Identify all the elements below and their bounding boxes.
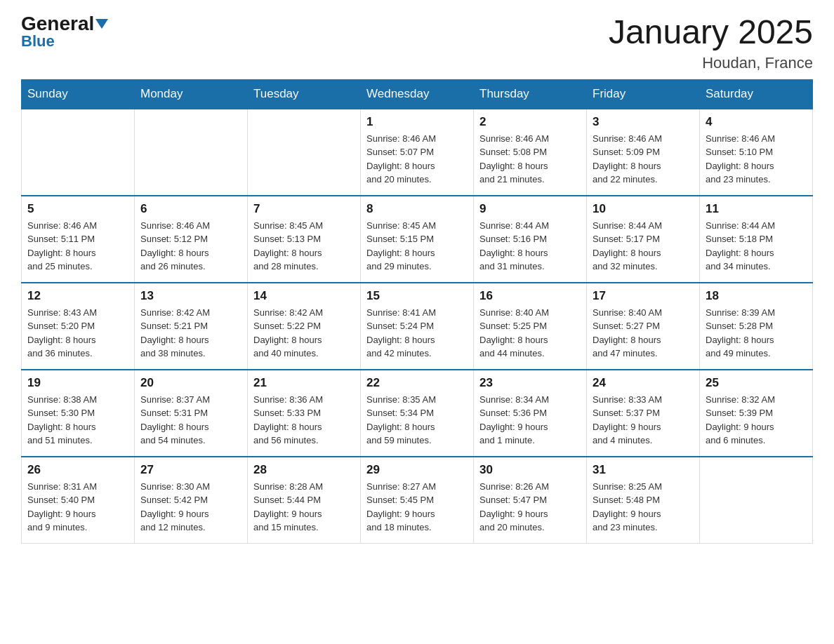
day-number: 19 — [27, 376, 128, 390]
calendar-day-cell: 27Sunrise: 8:30 AMSunset: 5:42 PMDayligh… — [135, 457, 248, 544]
day-info: Sunrise: 8:37 AMSunset: 5:31 PMDaylight:… — [140, 393, 241, 448]
day-number: 17 — [593, 289, 694, 303]
calendar-day-cell: 17Sunrise: 8:40 AMSunset: 5:27 PMDayligh… — [587, 283, 700, 370]
day-number: 26 — [27, 463, 128, 477]
day-info: Sunrise: 8:38 AMSunset: 5:30 PMDaylight:… — [27, 393, 128, 448]
day-number: 9 — [479, 202, 581, 216]
header-wednesday: Wednesday — [361, 79, 474, 109]
calendar-day-cell — [700, 457, 813, 544]
day-info: Sunrise: 8:40 AMSunset: 5:25 PMDaylight:… — [479, 306, 581, 361]
calendar-day-cell: 30Sunrise: 8:26 AMSunset: 5:47 PMDayligh… — [474, 457, 587, 544]
day-number: 28 — [253, 463, 355, 477]
day-number: 22 — [366, 376, 468, 390]
logo-triangle-icon — [95, 19, 108, 29]
day-number: 3 — [593, 115, 694, 129]
calendar-day-cell — [135, 109, 248, 196]
day-info: Sunrise: 8:26 AMSunset: 5:47 PMDaylight:… — [479, 480, 581, 535]
day-info: Sunrise: 8:42 AMSunset: 5:21 PMDaylight:… — [140, 306, 241, 361]
day-number: 21 — [253, 376, 355, 390]
day-number: 23 — [479, 376, 581, 390]
weekday-header-row: Sunday Monday Tuesday Wednesday Thursday… — [22, 79, 813, 109]
calendar-day-cell: 11Sunrise: 8:44 AMSunset: 5:18 PMDayligh… — [700, 196, 813, 283]
calendar-day-cell: 8Sunrise: 8:45 AMSunset: 5:15 PMDaylight… — [361, 196, 474, 283]
calendar-day-cell: 9Sunrise: 8:44 AMSunset: 5:16 PMDaylight… — [474, 196, 587, 283]
calendar-day-cell: 29Sunrise: 8:27 AMSunset: 5:45 PMDayligh… — [361, 457, 474, 544]
day-number: 11 — [706, 202, 807, 216]
calendar-day-cell: 25Sunrise: 8:32 AMSunset: 5:39 PMDayligh… — [700, 370, 813, 457]
calendar-day-cell: 7Sunrise: 8:45 AMSunset: 5:13 PMDaylight… — [248, 196, 361, 283]
calendar-day-cell: 20Sunrise: 8:37 AMSunset: 5:31 PMDayligh… — [135, 370, 248, 457]
calendar-day-cell — [248, 109, 361, 196]
header-sunday: Sunday — [22, 79, 135, 109]
day-number: 24 — [593, 376, 694, 390]
day-info: Sunrise: 8:35 AMSunset: 5:34 PMDaylight:… — [366, 393, 468, 448]
day-number: 15 — [366, 289, 468, 303]
day-info: Sunrise: 8:44 AMSunset: 5:18 PMDaylight:… — [706, 219, 807, 274]
location: Houdan, France — [609, 54, 813, 72]
calendar-day-cell: 18Sunrise: 8:39 AMSunset: 5:28 PMDayligh… — [700, 283, 813, 370]
calendar-week-row: 5Sunrise: 8:46 AMSunset: 5:11 PMDaylight… — [22, 196, 813, 283]
header-monday: Monday — [135, 79, 248, 109]
day-number: 30 — [479, 463, 581, 477]
calendar-day-cell: 23Sunrise: 8:34 AMSunset: 5:36 PMDayligh… — [474, 370, 587, 457]
calendar-day-cell: 2Sunrise: 8:46 AMSunset: 5:08 PMDaylight… — [474, 109, 587, 196]
day-info: Sunrise: 8:46 AMSunset: 5:08 PMDaylight:… — [479, 132, 581, 187]
calendar-week-row: 26Sunrise: 8:31 AMSunset: 5:40 PMDayligh… — [22, 457, 813, 544]
day-number: 18 — [706, 289, 807, 303]
calendar-table: Sunday Monday Tuesday Wednesday Thursday… — [21, 79, 813, 544]
calendar-day-cell: 12Sunrise: 8:43 AMSunset: 5:20 PMDayligh… — [22, 283, 135, 370]
day-number: 16 — [479, 289, 581, 303]
day-number: 13 — [140, 289, 241, 303]
day-info: Sunrise: 8:46 AMSunset: 5:07 PMDaylight:… — [366, 132, 468, 187]
day-number: 12 — [27, 289, 128, 303]
day-info: Sunrise: 8:39 AMSunset: 5:28 PMDaylight:… — [706, 306, 807, 361]
day-info: Sunrise: 8:34 AMSunset: 5:36 PMDaylight:… — [479, 393, 581, 448]
day-info: Sunrise: 8:46 AMSunset: 5:12 PMDaylight:… — [140, 219, 241, 274]
calendar-day-cell: 16Sunrise: 8:40 AMSunset: 5:25 PMDayligh… — [474, 283, 587, 370]
day-info: Sunrise: 8:32 AMSunset: 5:39 PMDaylight:… — [706, 393, 807, 448]
day-number: 1 — [366, 115, 468, 129]
calendar-day-cell: 3Sunrise: 8:46 AMSunset: 5:09 PMDaylight… — [587, 109, 700, 196]
day-info: Sunrise: 8:33 AMSunset: 5:37 PMDaylight:… — [593, 393, 694, 448]
day-info: Sunrise: 8:30 AMSunset: 5:42 PMDaylight:… — [140, 480, 241, 535]
header-saturday: Saturday — [700, 79, 813, 109]
calendar-day-cell: 15Sunrise: 8:41 AMSunset: 5:24 PMDayligh… — [361, 283, 474, 370]
calendar-day-cell: 24Sunrise: 8:33 AMSunset: 5:37 PMDayligh… — [587, 370, 700, 457]
calendar-day-cell: 4Sunrise: 8:46 AMSunset: 5:10 PMDaylight… — [700, 109, 813, 196]
day-info: Sunrise: 8:40 AMSunset: 5:27 PMDaylight:… — [593, 306, 694, 361]
calendar-day-cell: 28Sunrise: 8:28 AMSunset: 5:44 PMDayligh… — [248, 457, 361, 544]
logo-general-text: General — [21, 14, 108, 34]
calendar-day-cell: 6Sunrise: 8:46 AMSunset: 5:12 PMDaylight… — [135, 196, 248, 283]
day-info: Sunrise: 8:46 AMSunset: 5:11 PMDaylight:… — [27, 219, 128, 274]
day-info: Sunrise: 8:25 AMSunset: 5:48 PMDaylight:… — [593, 480, 694, 535]
calendar-week-row: 19Sunrise: 8:38 AMSunset: 5:30 PMDayligh… — [22, 370, 813, 457]
day-number: 10 — [593, 202, 694, 216]
calendar-day-cell: 10Sunrise: 8:44 AMSunset: 5:17 PMDayligh… — [587, 196, 700, 283]
header-friday: Friday — [587, 79, 700, 109]
day-number: 8 — [366, 202, 468, 216]
calendar-day-cell: 22Sunrise: 8:35 AMSunset: 5:34 PMDayligh… — [361, 370, 474, 457]
day-number: 14 — [253, 289, 355, 303]
calendar-day-cell: 26Sunrise: 8:31 AMSunset: 5:40 PMDayligh… — [22, 457, 135, 544]
calendar-week-row: 12Sunrise: 8:43 AMSunset: 5:20 PMDayligh… — [22, 283, 813, 370]
day-number: 20 — [140, 376, 241, 390]
day-number: 2 — [479, 115, 581, 129]
day-info: Sunrise: 8:28 AMSunset: 5:44 PMDaylight:… — [253, 480, 355, 535]
header-tuesday: Tuesday — [248, 79, 361, 109]
day-number: 7 — [253, 202, 355, 216]
calendar-week-row: 1Sunrise: 8:46 AMSunset: 5:07 PMDaylight… — [22, 109, 813, 196]
day-number: 6 — [140, 202, 241, 216]
month-title: January 2025 — [609, 14, 813, 51]
page-header: General Blue January 2025 Houdan, France — [21, 14, 813, 72]
calendar-day-cell: 5Sunrise: 8:46 AMSunset: 5:11 PMDaylight… — [22, 196, 135, 283]
day-info: Sunrise: 8:45 AMSunset: 5:13 PMDaylight:… — [253, 219, 355, 274]
day-number: 31 — [593, 463, 694, 477]
day-info: Sunrise: 8:46 AMSunset: 5:09 PMDaylight:… — [593, 132, 694, 187]
day-number: 25 — [706, 376, 807, 390]
day-info: Sunrise: 8:41 AMSunset: 5:24 PMDaylight:… — [366, 306, 468, 361]
day-number: 27 — [140, 463, 241, 477]
calendar-day-cell: 13Sunrise: 8:42 AMSunset: 5:21 PMDayligh… — [135, 283, 248, 370]
day-info: Sunrise: 8:31 AMSunset: 5:40 PMDaylight:… — [27, 480, 128, 535]
day-info: Sunrise: 8:44 AMSunset: 5:16 PMDaylight:… — [479, 219, 581, 274]
logo: General Blue — [21, 14, 108, 49]
